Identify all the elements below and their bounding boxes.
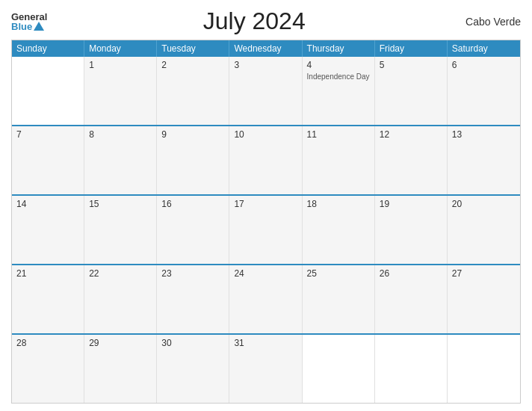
day-cell: 6 [448, 57, 520, 125]
day-cell: 16 [157, 196, 229, 264]
day-cell: 9 [157, 126, 229, 194]
calendar-title: July 2024 [47, 7, 461, 35]
day-cell: 29 [84, 335, 157, 403]
day-number: 8 [89, 129, 152, 140]
day-cell: 14 [12, 196, 84, 264]
day-header-tuesday: Tuesday [157, 40, 229, 57]
day-cell: 26 [375, 265, 448, 333]
day-number: 29 [89, 338, 152, 348]
day-number: 12 [380, 129, 442, 140]
event-label: Independence Day [307, 72, 370, 81]
day-cell: 17 [229, 196, 302, 264]
day-cell: 22 [84, 265, 157, 333]
day-number: 6 [452, 60, 516, 70]
calendar-page: General Blue July 2024 Cabo Verde Sunday… [0, 0, 532, 411]
day-number: 7 [16, 129, 79, 140]
day-number: 20 [452, 199, 516, 209]
day-cell [303, 335, 375, 403]
day-cell [12, 57, 84, 125]
weeks-container: 1234Independence Day56789101112131415161… [12, 57, 520, 403]
day-cell: 15 [84, 196, 157, 264]
logo-blue-text: Blue [11, 22, 47, 31]
day-number: 28 [16, 338, 79, 348]
day-cell [375, 335, 448, 403]
day-cell: 18 [303, 196, 375, 264]
day-cell: 28 [12, 335, 84, 403]
day-header-thursday: Thursday [303, 40, 375, 57]
day-number: 31 [234, 338, 297, 348]
day-number: 25 [307, 268, 370, 279]
day-cell: 1 [84, 57, 157, 125]
day-cell: 19 [375, 196, 448, 264]
day-number: 22 [89, 268, 152, 279]
day-cell: 4Independence Day [303, 57, 375, 125]
day-number: 26 [380, 268, 442, 279]
day-number: 24 [234, 268, 297, 279]
day-headers-row: SundayMondayTuesdayWednesdayThursdayFrid… [12, 40, 520, 57]
day-cell: 11 [303, 126, 375, 194]
day-cell: 7 [12, 126, 84, 194]
day-number: 17 [234, 199, 297, 209]
logo-general-text: General [11, 12, 47, 22]
day-header-sunday: Sunday [12, 40, 84, 57]
logo: General Blue [11, 12, 47, 31]
day-header-monday: Monday [84, 40, 157, 57]
day-number: 30 [161, 338, 224, 348]
day-cell: 20 [448, 196, 520, 264]
week-row-3: 14151617181920 [12, 194, 520, 264]
day-number: 27 [452, 268, 516, 279]
week-row-4: 21222324252627 [12, 264, 520, 333]
calendar-grid: SundayMondayTuesdayWednesdayThursdayFrid… [11, 40, 521, 404]
day-cell: 5 [375, 57, 448, 125]
day-header-wednesday: Wednesday [229, 40, 302, 57]
day-number: 2 [161, 60, 224, 70]
day-cell: 13 [448, 126, 520, 194]
day-cell: 24 [229, 265, 302, 333]
day-number: 19 [380, 199, 442, 209]
day-number: 1 [89, 60, 152, 70]
day-number: 15 [89, 199, 152, 209]
week-row-5: 28293031 [12, 333, 520, 403]
day-cell: 10 [229, 126, 302, 194]
day-number: 23 [161, 268, 224, 279]
day-cell: 31 [229, 335, 302, 403]
day-number: 11 [307, 129, 370, 140]
day-cell: 2 [157, 57, 229, 125]
week-row-2: 78910111213 [12, 125, 520, 194]
day-cell: 21 [12, 265, 84, 333]
day-cell: 8 [84, 126, 157, 194]
day-number: 18 [307, 199, 370, 209]
day-number: 3 [234, 60, 297, 70]
day-cell: 30 [157, 335, 229, 403]
day-cell: 23 [157, 265, 229, 333]
day-number: 5 [380, 60, 442, 70]
header: General Blue July 2024 Cabo Verde [11, 7, 521, 35]
day-number: 16 [161, 199, 224, 209]
day-number: 10 [234, 129, 297, 140]
country-label: Cabo Verde [461, 16, 521, 28]
day-cell: 12 [375, 126, 448, 194]
day-header-friday: Friday [375, 40, 448, 57]
day-number: 9 [161, 129, 224, 140]
day-number: 13 [452, 129, 516, 140]
day-cell: 27 [448, 265, 520, 333]
day-cell [448, 335, 520, 403]
logo-triangle-icon [34, 22, 44, 31]
day-cell: 25 [303, 265, 375, 333]
day-cell: 3 [229, 57, 302, 125]
day-number: 4 [307, 60, 370, 70]
day-header-saturday: Saturday [448, 40, 520, 57]
day-number: 21 [16, 268, 79, 279]
week-row-1: 1234Independence Day56 [12, 57, 520, 125]
day-number: 14 [16, 199, 79, 209]
